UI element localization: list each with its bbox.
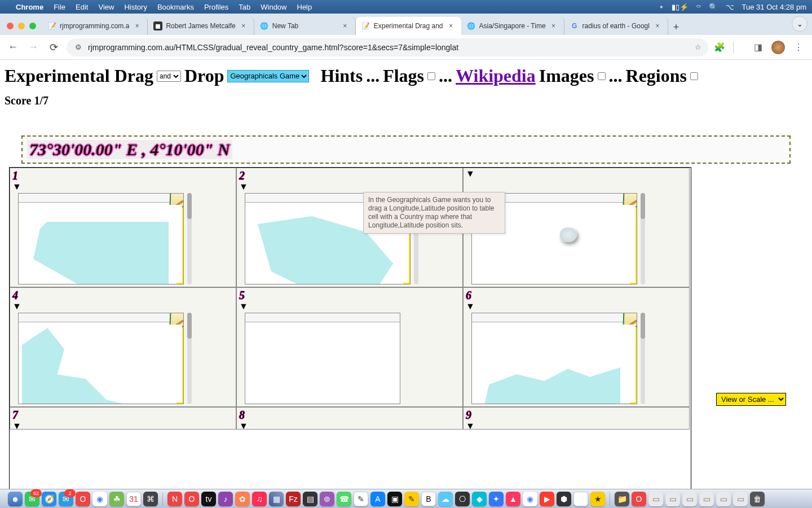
dock-app12[interactable]: B <box>421 492 436 506</box>
map-frame[interactable] <box>245 313 400 404</box>
expand-icon[interactable]: ▼ <box>239 422 460 430</box>
menubar-clock[interactable]: Tue 31 Oct 4:28 pm <box>742 3 806 11</box>
cell-5[interactable]: 5 ▼ <box>236 287 463 407</box>
dock-app2[interactable]: N <box>167 492 182 506</box>
dock-app8[interactable]: ☎ <box>337 492 351 506</box>
dock-mail[interactable]: ✉ <box>59 492 73 506</box>
cell-8[interactable]: 8 ▼ <box>236 407 463 430</box>
dock-youtube[interactable]: ▶ <box>540 492 554 506</box>
expand-icon[interactable]: ▼ <box>466 302 687 311</box>
dock-opera[interactable]: O <box>76 492 90 506</box>
cell-7[interactable]: 7 ▼ <box>10 407 236 430</box>
checkbox-images[interactable] <box>598 72 606 80</box>
dock-calendar[interactable]: 31 <box>126 492 141 506</box>
expand-icon[interactable]: ▼ <box>12 302 233 311</box>
dock-finder[interactable]: ☻ <box>8 492 23 506</box>
control-center-icon[interactable]: ⌥ <box>726 3 734 11</box>
dock-messages[interactable]: ✉ <box>25 492 39 506</box>
map-frame[interactable] <box>18 313 184 404</box>
menu-history[interactable]: History <box>124 3 147 11</box>
extensions-icon[interactable]: 🧩 <box>714 42 725 52</box>
dock-app18[interactable]: ⬢ <box>557 492 571 506</box>
dock-folder[interactable]: 📁 <box>615 492 629 506</box>
maximize-window-button[interactable] <box>29 23 36 29</box>
tab-close-icon[interactable]: × <box>341 22 350 30</box>
minimize-window-button[interactable] <box>18 23 25 29</box>
tab-close-icon[interactable]: × <box>447 22 456 30</box>
tab-4-active[interactable]: 📝 Experimental Drag and × <box>356 17 461 35</box>
dock-appletv[interactable]: tv <box>201 492 216 506</box>
select-and[interactable]: and <box>157 71 181 82</box>
dock-safari[interactable]: 🧭 <box>42 492 56 506</box>
menu-bookmarks[interactable]: Bookmarks <box>157 3 194 11</box>
map-frame[interactable] <box>471 313 637 404</box>
dock-app14[interactable]: ⎔ <box>455 492 470 506</box>
dock-app6[interactable]: ▦ <box>269 492 284 506</box>
dock-chrome2[interactable]: ◉ <box>523 492 537 506</box>
dock-doc5[interactable]: ▭ <box>716 492 731 506</box>
tab-overflow-button[interactable]: ⌄ <box>792 16 807 32</box>
expand-icon[interactable]: ▼ <box>239 302 460 311</box>
tab-1[interactable]: 📝 rjmprogramming.com.a × <box>42 17 148 35</box>
select-game-mode[interactable]: Geographicals Game <box>227 70 309 82</box>
checkbox-flags[interactable] <box>427 72 435 80</box>
dock-doc6[interactable]: ▭ <box>733 492 748 506</box>
tab-close-icon[interactable]: × <box>653 22 662 30</box>
menu-tab[interactable]: Tab <box>239 3 250 11</box>
spotlight-icon[interactable]: 🔍 <box>709 3 718 11</box>
tab-2[interactable]: ◼ Robert James Metcalfe × <box>148 17 254 35</box>
dock-app7[interactable]: ▤ <box>303 492 317 506</box>
dock-terminal[interactable]: ⌘ <box>143 492 158 506</box>
menu-view[interactable]: View <box>98 3 114 11</box>
dock-app10[interactable]: ▣ <box>387 492 402 506</box>
battery-icon[interactable]: ▮▯⚡ <box>672 3 689 11</box>
bluetooth-icon[interactable]: ᛭ <box>659 3 664 11</box>
dock-app20[interactable]: ★ <box>590 492 605 506</box>
draggable-coordinate[interactable]: 73°30'00.00" E , 4°10'00" N <box>27 140 232 159</box>
dock-chrome[interactable]: ◉ <box>92 492 107 506</box>
expand-icon[interactable]: ▼ <box>466 169 687 178</box>
dock-app15[interactable]: ◆ <box>472 492 487 506</box>
new-tab-button[interactable]: + <box>668 19 684 35</box>
dock-app5[interactable]: ✿ <box>235 492 250 506</box>
cell-4[interactable]: 4 ▼ <box>10 287 236 407</box>
dock-trash[interactable]: 🗑 <box>750 492 765 506</box>
tab-5[interactable]: 🌐 Asia/Singapore - Time × <box>461 17 564 35</box>
expand-icon[interactable]: ▼ <box>239 182 460 191</box>
dock-app19[interactable]: ✕ <box>573 492 588 506</box>
menu-profiles[interactable]: Profiles <box>204 3 228 11</box>
dock-music[interactable]: ♫ <box>252 492 267 506</box>
dock-app13[interactable]: ☁ <box>438 492 453 506</box>
tab-6[interactable]: G radius of earth - Googl × <box>564 17 668 35</box>
chrome-menu-icon[interactable]: ⋮ <box>793 42 804 52</box>
dock-app17[interactable]: ▲ <box>506 492 520 506</box>
tab-close-icon[interactable]: × <box>549 22 558 30</box>
dock-app3[interactable]: O <box>184 492 199 506</box>
dock-podcasts[interactable]: ⊚ <box>320 492 334 506</box>
expand-icon[interactable]: ▼ <box>12 182 233 191</box>
wikipedia-link[interactable]: Wikipedia <box>456 65 536 86</box>
menu-file[interactable]: File <box>54 3 65 11</box>
back-button[interactable]: ← <box>6 40 20 55</box>
tab-3[interactable]: 🌐 New Tab × <box>254 17 356 35</box>
cell-6[interactable]: 6 ▼ <box>463 287 690 407</box>
dock-doc3[interactable]: ▭ <box>682 492 697 506</box>
dock-doc1[interactable]: ▭ <box>648 492 663 506</box>
dock-doc2[interactable]: ▭ <box>665 492 680 506</box>
forward-button[interactable]: → <box>26 40 41 55</box>
cell-9[interactable]: 9 ▼ <box>463 407 690 430</box>
bookmark-star-icon[interactable]: ☆ <box>695 43 701 51</box>
address-bar[interactable]: ⚙ rjmprogramming.com.au/HTMLCSS/gradual_… <box>67 38 708 56</box>
view-scale-select[interactable]: View or Scale ... <box>716 393 786 406</box>
reload-button[interactable]: ⟳ <box>46 40 61 55</box>
menu-help[interactable]: Help <box>297 3 312 11</box>
wifi-icon[interactable]: ⌔ <box>696 3 701 11</box>
map-frame[interactable] <box>18 193 184 284</box>
cell-1[interactable]: 1 ▼ <box>10 168 236 287</box>
expand-icon[interactable]: ▼ <box>466 422 687 430</box>
sidepanel-icon[interactable]: ◨ <box>752 42 764 52</box>
tab-close-icon[interactable]: × <box>133 22 142 30</box>
tab-close-icon[interactable]: × <box>239 22 248 30</box>
dock-opera2[interactable]: O <box>632 492 646 506</box>
menu-window[interactable]: Window <box>261 3 286 11</box>
